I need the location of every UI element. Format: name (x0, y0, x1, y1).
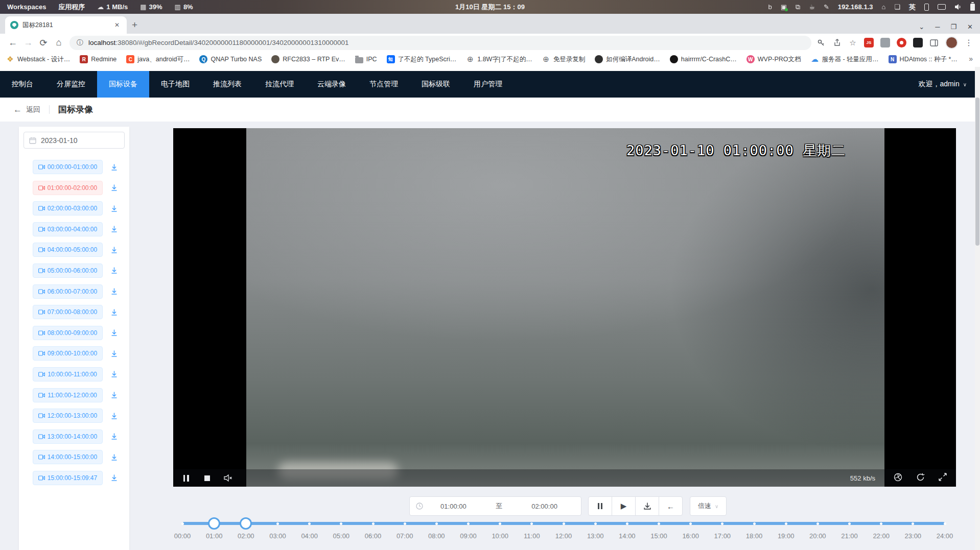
recording-segment-button[interactable]: 02:00:00-03:00:00 (33, 201, 103, 216)
tab-search-icon[interactable]: ⌄ (919, 23, 924, 31)
bookmarks-overflow-icon[interactable]: » (969, 55, 976, 63)
side-panel-icon[interactable] (929, 38, 939, 47)
user-menu[interactable]: 欢迎，admin ∨ (919, 80, 967, 89)
browser-tab[interactable]: 国标28181 ✕ (5, 16, 127, 34)
bookmark-item[interactable]: 知 了不起的 TypeScri… (387, 55, 457, 64)
recording-segment-button[interactable]: 08:00:00-09:00:00 (33, 326, 103, 340)
download-icon[interactable] (110, 308, 118, 316)
nav-item[interactable]: 国标设备 (97, 71, 149, 98)
bookmark-item[interactable]: ⊕ 免登录复制 (542, 55, 586, 64)
recording-segment-button[interactable]: 09:00:00-10:00:00 (33, 346, 103, 361)
player-pause-button[interactable] (181, 473, 191, 483)
password-key-icon[interactable] (816, 38, 826, 47)
pen-tray-icon[interactable]: ✎ (824, 3, 829, 11)
site-info-icon[interactable]: ⓘ (77, 38, 83, 47)
recording-segment-button[interactable]: 11:00:00-12:00:00 (33, 388, 103, 402)
video-player[interactable]: 2023-01-10 01:00:00 星期二 552 kb/s (173, 128, 956, 487)
bookmark-item[interactable]: N HDAtmos :: 种子 *… (889, 55, 958, 64)
new-tab-button[interactable]: + (132, 19, 137, 31)
download-icon[interactable] (110, 350, 118, 357)
download-icon[interactable] (110, 267, 118, 274)
tab-close-icon[interactable]: ✕ (112, 20, 122, 30)
download-icon[interactable] (110, 246, 118, 254)
snapshot-icon[interactable] (894, 473, 902, 484)
download-icon[interactable] (110, 288, 118, 295)
player-mute-icon[interactable] (223, 473, 233, 483)
timeline-handle[interactable] (208, 517, 220, 530)
nav-item[interactable]: 云端录像 (306, 71, 358, 98)
window-minimize-button[interactable]: ─ (935, 23, 940, 31)
download-icon[interactable] (110, 225, 118, 233)
start-time-value[interactable]: 01:00:00 (423, 503, 484, 510)
share-icon[interactable] (832, 38, 842, 47)
recording-segment-button[interactable]: 07:00:00-08:00:00 (33, 305, 103, 319)
volume-icon[interactable] (954, 4, 962, 10)
nav-item[interactable]: 国标级联 (410, 71, 462, 98)
recording-segment-button[interactable]: 12:00:00-13:00:00 (33, 409, 103, 423)
recording-segment-button[interactable]: 03:00:00-04:00:00 (33, 222, 103, 236)
download-icon[interactable] (110, 184, 118, 192)
nav-item[interactable]: 分屏监控 (45, 71, 97, 98)
recording-segment-button[interactable]: 10:00:00-11:00:00 (33, 367, 103, 381)
recording-segment-button[interactable]: 04:00:00-05:00:00 (33, 243, 103, 257)
home-button[interactable]: ⌂ (51, 37, 66, 48)
window-close-button[interactable]: ✕ (967, 23, 973, 31)
recording-segment-button[interactable]: 14:00:00-15:00:00 (33, 450, 103, 464)
nav-item[interactable]: 用户管理 (462, 71, 514, 98)
play-button[interactable]: ▶ (612, 496, 636, 516)
player-stop-button[interactable] (202, 473, 212, 483)
bookmark-star-icon[interactable]: ☆ (848, 38, 857, 47)
date-picker-input[interactable]: 2023-01-10 (24, 132, 125, 149)
bing-tray-icon[interactable]: b (768, 3, 772, 11)
extension-js-icon[interactable]: JS (864, 38, 874, 47)
bookmark-item[interactable]: W WVP-PRO文档 (746, 55, 801, 64)
download-icon[interactable] (110, 329, 118, 337)
nav-item[interactable]: 电子地图 (149, 71, 201, 98)
reload-button[interactable]: ⟳ (36, 37, 51, 49)
back-arrow-icon[interactable]: ← (13, 105, 22, 115)
page-scrollbar[interactable] (975, 67, 980, 550)
input-language-indicator[interactable]: 英 (909, 3, 916, 12)
bookmark-item[interactable]: C java、android可… (126, 55, 190, 64)
fullscreen-icon[interactable] (939, 473, 947, 483)
bookmark-item[interactable]: Q QNAP Turbo NAS (199, 55, 262, 63)
bookmark-item[interactable]: R Redmine (80, 55, 116, 63)
applications-menu[interactable]: 应用程序 (58, 3, 85, 12)
workspaces-button[interactable]: Workspaces (7, 3, 46, 11)
bookmark-item[interactable]: IPC (355, 56, 377, 63)
download-icon[interactable] (110, 412, 118, 420)
bookmark-item[interactable]: ❖ Webstack - 设计… (6, 55, 70, 64)
nav-item[interactable]: 控制台 (0, 71, 45, 98)
download-button[interactable] (635, 496, 659, 516)
download-icon[interactable] (110, 474, 118, 482)
app-tray-icon[interactable]: ▣ (781, 3, 787, 11)
download-icon[interactable] (110, 391, 118, 399)
coffee-tray-icon[interactable]: ☕ (809, 3, 815, 11)
window-maximize-button[interactable]: ❐ (950, 23, 956, 31)
video-surface[interactable] (246, 128, 884, 487)
recording-segment-button[interactable]: 15:00:00-15:09:47 (33, 471, 103, 485)
home-tray-icon[interactable]: ⌂ (881, 3, 885, 11)
seek-back-button[interactable]: ← (659, 496, 683, 516)
timeline-handle[interactable] (240, 517, 252, 530)
profile-avatar[interactable] (945, 36, 958, 49)
phone-icon[interactable] (924, 4, 929, 11)
back-link[interactable]: 返回 (26, 105, 40, 114)
bookmark-item[interactable]: hairrrrr/C-CrashC… (670, 55, 737, 63)
nav-item[interactable]: 节点管理 (358, 71, 410, 98)
recording-segment-button[interactable]: 00:00:00-01:00:00 (33, 160, 103, 174)
nav-item[interactable]: 推流列表 (201, 71, 253, 98)
pause-button[interactable] (588, 496, 612, 516)
time-range-picker[interactable]: 01:00:00 至 02:00:00 (409, 496, 581, 516)
browser-menu-icon[interactable]: ⋮ (965, 38, 973, 47)
recording-segment-button[interactable]: 06:00:00-07:00:00 (33, 284, 103, 299)
nav-item[interactable]: 拉流代理 (253, 71, 306, 98)
back-button[interactable]: ← (5, 37, 20, 48)
recording-segment-button[interactable]: 05:00:00-06:00:00 (33, 264, 103, 278)
extension-icon[interactable] (880, 38, 890, 47)
recording-segment-button[interactable]: 13:00:00-14:00:00 (33, 429, 103, 444)
windows-tray-icon[interactable]: ❏ (894, 3, 900, 11)
refresh-icon[interactable] (916, 473, 925, 484)
extension-blocker-icon[interactable] (897, 38, 906, 47)
download-icon[interactable] (110, 370, 118, 378)
